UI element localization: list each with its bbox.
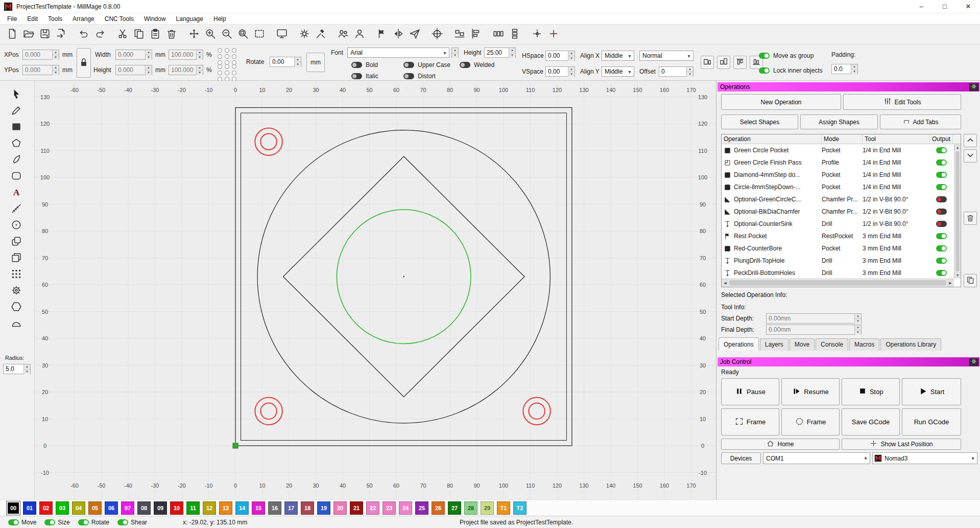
text-mode-combo[interactable]: Normal▾ [639,51,694,61]
redo-button[interactable] [92,27,108,43]
anchor-point[interactable] [218,54,222,59]
color-swatch-06[interactable]: 06 [105,501,118,515]
offset-tool-button[interactable] [7,234,26,249]
move-operation-up-button[interactable] [964,134,977,147]
anchor-point[interactable] [232,48,236,53]
settings-gear-button[interactable] [296,27,313,43]
menu-edit[interactable]: Edit [22,14,43,24]
anchor-point[interactable] [225,54,229,59]
color-swatch-18[interactable]: 18 [301,501,314,515]
color-swatch-24[interactable]: 24 [399,501,412,515]
select-shapes-button[interactable]: Select Shapes [721,114,798,129]
polygon2-tool-button[interactable] [7,300,26,315]
operation-row[interactable]: Green Circle PocketPocket1/4 in End Mill [722,144,961,156]
distribute-v-button[interactable] [507,27,523,43]
operation-row[interactable]: PeckDrill-BottomHolesDrill3 mm End Mill [722,267,961,279]
origin-target-button[interactable] [429,27,445,43]
export-file-button[interactable] [53,27,69,43]
scale-y-field[interactable]: 100.000▲▼ [169,65,203,75]
output-toggle[interactable] [936,233,947,239]
select-tool-button[interactable] [7,87,26,102]
align-nodes-button[interactable] [468,27,484,43]
anchor-point[interactable] [232,54,236,59]
run-gcode-button[interactable]: Run GCode [902,408,961,435]
machine-tools-button[interactable] [313,27,329,43]
canvas-drawing[interactable] [35,81,716,499]
output-toggle[interactable] [936,270,947,276]
operation-row[interactable]: Diamond-4mmStep do...Pocket1/4 in End Mi… [722,169,961,181]
ypos-field[interactable]: 0.000▲▼ [22,65,59,75]
align-y-combo[interactable]: Middle▾ [602,66,634,77]
frame-button[interactable]: Frame [721,408,779,435]
anchor-point[interactable] [225,48,229,53]
color-swatch-28[interactable]: 28 [464,501,477,515]
hspace-field[interactable]: 0.00▲▼ [545,51,575,61]
scroll-down-icon[interactable]: ▼ [954,272,961,279]
circle-tool-button[interactable] [7,218,26,233]
operation-row[interactable]: Rest PocketRestPocket3 mm End Mill [722,230,961,242]
machine-combo[interactable]: Nomad3▾ [872,452,977,464]
color-swatch-26[interactable]: 26 [432,501,445,515]
start-button[interactable]: Start [902,378,961,405]
output-toggle[interactable] [936,196,947,202]
color-swatch-17[interactable]: 17 [284,501,298,515]
move-as-group-toggle[interactable] [759,53,770,59]
color-swatch-04[interactable]: 04 [72,501,85,515]
tab-operations-library[interactable]: Operations Library [880,338,941,351]
measure-tool-button[interactable] [7,201,26,217]
radius-field[interactable]: 5.0▲▼ [3,364,31,374]
paste-button[interactable] [147,27,163,43]
anchor-point[interactable] [232,71,236,75]
welded-toggle[interactable] [460,62,470,68]
color-swatch-01[interactable]: 01 [23,501,36,515]
menu-arrange[interactable]: Arrange [67,14,100,24]
copy-button[interactable] [131,27,147,43]
anchor-point[interactable] [218,48,222,53]
rotate-field[interactable]: 0.00▲▼ [270,57,301,67]
operation-row[interactable]: Optional-GreenCircleC...Chamfer Pr...1/2… [722,193,961,205]
new-operation-button[interactable]: New Operation [721,94,841,110]
move-operation-down-button[interactable] [964,149,977,163]
stop-button[interactable]: Stop [842,378,900,405]
output-toggle[interactable] [936,147,947,153]
operation-row[interactable]: PlungDrill-TopHoleDrill3 mm End Mill [722,255,961,267]
color-swatch-T1[interactable]: T1 [497,501,510,515]
menu-cnc-tools[interactable]: CNC Tools [100,14,139,24]
rect-tool-button[interactable] [7,120,26,135]
distort-toggle[interactable] [403,73,414,79]
color-swatch-20[interactable]: 20 [333,501,347,515]
operation-row[interactable]: Red-CounterBorePocket3 mm End Mill [722,242,961,255]
padding-field[interactable]: 0.0▲▼ [831,64,858,74]
close-button[interactable]: ✕ [957,0,980,13]
color-swatch-14[interactable]: 14 [235,501,249,515]
devices-button[interactable]: Devices [721,452,761,464]
output-toggle[interactable] [936,258,947,264]
distribute-h-button[interactable] [490,27,507,43]
output-toggle[interactable] [936,184,947,190]
height-field[interactable]: 0.000▲▼ [115,65,152,75]
draw-tool-button[interactable] [7,103,26,119]
status-toggle-rotate[interactable]: Rotate [78,519,109,526]
scroll-left-icon[interactable]: ◀ [722,279,729,287]
align-objects-button[interactable] [451,27,468,43]
operation-row[interactable]: Optional-CounterSinkDrill1/2 in V-Bit 90… [722,218,961,230]
output-toggle[interactable] [936,245,947,251]
color-swatch-T2[interactable]: T2 [513,501,527,515]
output-toggle[interactable] [936,221,947,227]
color-swatch-02[interactable]: 02 [39,501,53,515]
text-tool-button[interactable]: A [7,185,26,200]
size-anchor-grid[interactable] [218,64,239,83]
home-button[interactable]: Home [721,439,840,450]
output-toggle[interactable] [936,172,947,178]
open-folder-button[interactable] [20,27,37,43]
minimize-button[interactable]: – [910,0,933,13]
save-button[interactable] [37,27,53,43]
width-field[interactable]: 0.000▲▼ [115,50,152,60]
color-swatch-11[interactable]: 11 [186,501,200,515]
color-swatch-15[interactable]: 15 [252,501,265,515]
bold-toggle[interactable] [351,62,362,68]
group-objects-button[interactable] [335,27,351,43]
font-height-field[interactable]: 25.00▲▼ [484,48,516,58]
equal-height-button[interactable] [717,56,730,69]
snap-grid-button[interactable] [529,27,545,43]
